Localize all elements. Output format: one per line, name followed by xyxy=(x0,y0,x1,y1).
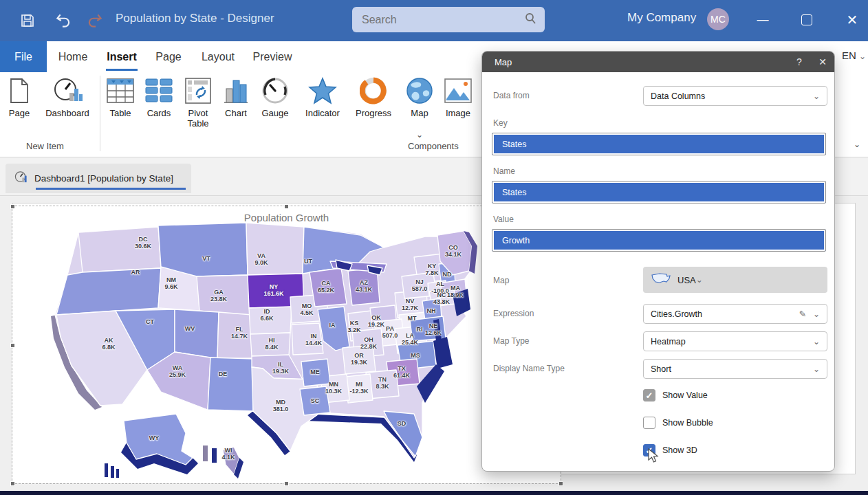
show-value-checkbox[interactable]: ✓ xyxy=(643,389,655,402)
dialog-close-button[interactable]: ✕ xyxy=(811,52,834,72)
page-tab-dashboard1[interactable]: Dashboard1 [Population by State] xyxy=(6,164,191,193)
ribbon-item-indicator[interactable]: Indicator xyxy=(299,76,347,119)
ribbon-item-progress[interactable]: Progress xyxy=(349,76,398,119)
resize-handle-s[interactable] xyxy=(284,481,289,486)
search-icon[interactable] xyxy=(524,12,536,28)
tab-file[interactable]: File xyxy=(0,41,47,72)
map-dropdown[interactable]: USA ⌄ xyxy=(643,267,827,293)
map-region-label-tn[interactable]: TN8.3K xyxy=(376,376,389,390)
tab-layout[interactable]: Layout xyxy=(198,41,238,72)
map-region-label-ny[interactable]: NY161.6K xyxy=(263,283,283,298)
show-bubble-row[interactable]: Show Bubble xyxy=(643,417,713,429)
resize-handle-w[interactable] xyxy=(10,343,15,348)
map-region-label-ky[interactable]: KY7.8K xyxy=(425,263,438,277)
redo-icon[interactable] xyxy=(84,10,106,32)
key-chip[interactable]: States xyxy=(492,133,826,155)
map-region-label-mn[interactable]: MN10.3K xyxy=(325,381,342,395)
map-region-label-wv[interactable]: WV xyxy=(185,325,195,332)
data-from-dropdown[interactable]: Data Columns ⌄ xyxy=(643,86,827,106)
map-region-label-tx[interactable]: TX61.4K xyxy=(393,365,410,380)
minimize-button[interactable]: — xyxy=(751,10,774,30)
resize-handle-nw[interactable] xyxy=(10,204,15,209)
map-component[interactable]: Population Growth xyxy=(12,206,561,483)
ribbon-collapse-chevron[interactable]: ⌄ xyxy=(854,140,860,149)
map-region-label-mo[interactable]: MO4.5K xyxy=(300,302,313,317)
tab-page[interactable]: Page xyxy=(153,41,184,72)
map-region-label-vt[interactable]: VT xyxy=(202,255,210,262)
name-chip[interactable]: States xyxy=(492,181,826,204)
map-region-label-ia[interactable]: IA xyxy=(329,322,336,329)
ribbon-item-pivot-table[interactable]: Pivot Table xyxy=(180,76,216,129)
search-input[interactable] xyxy=(360,13,524,27)
dialog-title-bar[interactable]: Map ? ✕ xyxy=(482,52,834,72)
map-region-label-ct[interactable]: CT xyxy=(146,318,154,325)
tab-home[interactable]: Home xyxy=(55,41,91,72)
tab-preview[interactable]: Preview xyxy=(250,41,294,72)
avatar[interactable]: MC xyxy=(707,8,729,30)
map-region-label-ri[interactable]: RI xyxy=(417,326,423,333)
expression-input[interactable]: Cities.Growth ✎ ⌄ xyxy=(643,304,827,324)
map-region-label-ak[interactable]: AK6.8K xyxy=(102,337,115,351)
map-region-label-md[interactable]: MD381.0 xyxy=(273,399,289,413)
ribbon-item-dashboard[interactable]: Dashboard xyxy=(41,76,94,119)
map-region-label-ks[interactable]: KS3.2K xyxy=(347,320,360,334)
ribbon-item-image[interactable]: Image xyxy=(440,76,476,119)
close-button[interactable]: ✕ xyxy=(840,10,864,30)
undo-icon[interactable] xyxy=(52,10,74,32)
map-region-label-ar[interactable]: AR xyxy=(131,269,140,276)
map-region-label-az[interactable]: AZ43.1K xyxy=(356,279,372,294)
map-region-label-dc[interactable]: DC30.6K xyxy=(135,236,151,250)
search-box[interactable] xyxy=(352,7,545,32)
map-region-label-ms[interactable]: MS xyxy=(411,352,420,359)
map-region-label-mt[interactable]: MT xyxy=(408,315,417,322)
map-region-label-sc[interactable]: SC xyxy=(311,397,320,404)
map-region-label-nd[interactable]: ND xyxy=(443,271,452,278)
map-region-label-oh[interactable]: OH22.8K xyxy=(360,336,377,351)
map-region-label-il[interactable]: IL19.3K xyxy=(272,361,289,375)
map-region-label-sd[interactable]: SD xyxy=(398,420,406,427)
map-region-label-nh[interactable]: NH xyxy=(427,307,436,314)
ribbon-item-gauge[interactable]: Gauge xyxy=(257,76,293,119)
resize-handle-n[interactable] xyxy=(284,204,289,209)
map-region-label-pa[interactable]: PA507.0 xyxy=(382,325,398,340)
map-region-label-ca[interactable]: CA65.2K xyxy=(318,280,334,294)
resize-handle-se[interactable] xyxy=(558,481,563,486)
map-region-label-wi[interactable]: WI4.1K xyxy=(221,447,235,461)
map-region-label-mi[interactable]: MI-12.3K xyxy=(349,381,368,395)
map-type-dropdown[interactable]: Heatmap ⌄ xyxy=(643,331,827,351)
map-region-label-ut[interactable]: UT xyxy=(304,258,312,265)
map-region-label-hi[interactable]: HI8.4K xyxy=(265,337,278,351)
map-region-label-wa[interactable]: WA25.9K xyxy=(169,364,186,379)
map-region-label-nm[interactable]: NM9.6K xyxy=(164,276,177,291)
map-region-label-ma[interactable]: MA18.9K xyxy=(447,285,464,299)
resize-handle-sw[interactable] xyxy=(10,481,15,486)
map-region-label-nv[interactable]: NV12.7K xyxy=(402,298,418,312)
chevron-down-icon[interactable]: ⌄ xyxy=(416,130,423,140)
map-region-label-ga[interactable]: GA23.8K xyxy=(210,289,227,303)
map-region-label-in[interactable]: IN14.4K xyxy=(305,333,322,347)
map-region-label-nj[interactable]: NJ587.0 xyxy=(412,278,428,293)
map-region-label-va[interactable]: VA9.0K xyxy=(254,252,268,267)
display-name-type-dropdown[interactable]: Short ⌄ xyxy=(643,359,827,379)
maximize-button[interactable] xyxy=(795,10,818,30)
ribbon-item-map[interactable]: Map xyxy=(404,76,435,119)
save-icon[interactable] xyxy=(17,10,39,32)
ribbon-item-cards[interactable]: Cards xyxy=(142,76,176,119)
map-region-label-ok[interactable]: OK19.2K xyxy=(368,314,384,329)
edit-pencil-icon[interactable]: ✎ xyxy=(799,309,805,319)
bottom-scrollbar[interactable] xyxy=(0,491,868,495)
show-value-row[interactable]: ✓ Show Value xyxy=(643,389,708,402)
account-name[interactable]: My Company xyxy=(627,11,696,25)
map-region-label-fl[interactable]: FL14.7K xyxy=(231,326,248,340)
map-region-label-wy[interactable]: WY xyxy=(149,434,160,441)
map-region-label-or[interactable]: OR19.3K xyxy=(351,352,367,366)
value-chip[interactable]: Growth xyxy=(492,229,826,252)
map-region-label-de[interactable]: DE xyxy=(219,371,228,377)
tab-insert[interactable]: Insert xyxy=(103,41,140,72)
map-region-label-id[interactable]: ID6.6K xyxy=(260,308,273,322)
ribbon-item-table[interactable]: Table xyxy=(105,76,136,119)
map-region-label-co[interactable]: CO34.1K xyxy=(445,244,462,258)
map-region-label-la[interactable]: LA25.4K xyxy=(402,332,418,346)
ribbon-item-page[interactable]: Page xyxy=(3,76,36,119)
help-button[interactable]: ? xyxy=(788,52,811,72)
